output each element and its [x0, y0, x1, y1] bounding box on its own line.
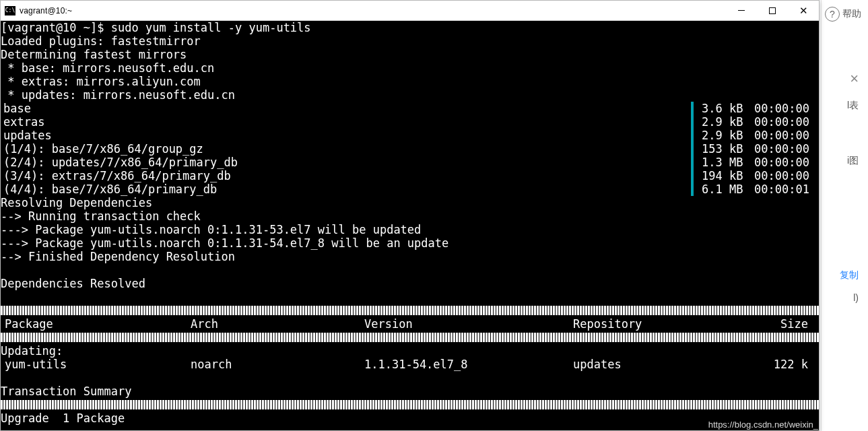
term-line: ---> Package yum-utils.noarch 0:1.1.31-5… [1, 236, 819, 250]
minimize-icon [738, 10, 745, 11]
terminal-app-icon: C:\ [5, 6, 15, 15]
term-line: * extras: mirrors.aliyun.com [1, 75, 819, 88]
term-line: ---> Package yum-utils.noarch 0:1.1.31-5… [1, 223, 819, 236]
download-name: (3/4): extras/7/x86_64/primary_db [1, 169, 231, 183]
term-line: Resolving Dependencies [1, 196, 819, 209]
transaction-summary-block: Transaction Summary [1, 371, 819, 398]
section-updating: Updating: [1, 344, 819, 358]
download-time: 00:00:00 [754, 115, 819, 129]
pkg-table-header: Package Arch Version Repository Size [1, 317, 819, 331]
download-size: 1.3 MB [702, 156, 754, 169]
maximize-button[interactable] [757, 1, 788, 21]
maximize-icon [769, 7, 776, 14]
pkg-row: yum-utilsnoarch1.1.31-54.el7_8updates122… [1, 358, 819, 371]
col-header-size: Size [759, 317, 819, 331]
download-name: extras [1, 115, 44, 129]
progress-bar-icon [691, 142, 694, 156]
term-line [1, 263, 819, 277]
download-size: 6.1 MB [702, 183, 754, 196]
window-controls: ✕ [726, 1, 819, 21]
help-icon: ? [825, 7, 840, 22]
download-name: (4/4): base/7/x86_64/primary_db [1, 183, 217, 196]
download-progress-block: base3.6 kB00:00:00extras2.9 kB00:00:00up… [1, 102, 819, 196]
term-line: --> Finished Dependency Resolution [1, 250, 819, 263]
upgrade-summary: Upgrade 1 Package [1, 411, 819, 425]
download-time: 00:00:00 [754, 129, 819, 142]
close-icon: ✕ [799, 5, 808, 15]
download-time: 00:00:01 [754, 183, 819, 196]
download-size: 3.6 kB [702, 102, 754, 115]
dependency-block: Resolving Dependencies--> Running transa… [1, 196, 819, 304]
right-side-panel: ? 帮助 × l表 i图 复制 l) [821, 0, 868, 431]
download-row: (1/4): base/7/x86_64/group_gz153 kB00:00… [1, 142, 819, 156]
col-header-arch: Arch [191, 317, 364, 331]
progress-bar-icon [691, 156, 694, 169]
progress-bar-icon [691, 115, 694, 129]
term-line: Dependencies Resolved [1, 277, 819, 290]
download-size: 2.9 kB [702, 129, 754, 142]
download-row: base3.6 kB00:00:00 [1, 102, 819, 115]
term-line: * updates: mirrors.neusoft.edu.cn [1, 88, 819, 102]
window-title: vagrant@10:~ [20, 6, 72, 15]
terminal-body[interactable]: [vagrant@10 ~]$ sudo yum install -y yum-… [1, 21, 819, 430]
term-line [1, 371, 819, 385]
titlebar[interactable]: C:\ vagrant@10:~ ✕ [1, 1, 819, 21]
terminal-window: C:\ vagrant@10:~ ✕ [vagrant@10 ~]$ sudo … [0, 0, 820, 431]
close-icon[interactable]: × [850, 70, 859, 88]
progress-bar-icon [691, 102, 694, 115]
download-name: updates [1, 129, 52, 142]
separator-top [1, 306, 819, 315]
help-label: 帮助 [842, 8, 861, 20]
cell-package: yum-utils [5, 358, 191, 371]
download-row: (4/4): base/7/x86_64/primary_db6.1 MB00:… [1, 183, 819, 196]
term-line: * base: mirrors.neusoft.edu.cn [1, 61, 819, 75]
progress-bar-icon [691, 169, 694, 183]
side-item-tu[interactable]: i图 [847, 155, 859, 167]
progress-bar-icon [691, 183, 694, 196]
help-link[interactable]: ? 帮助 [825, 7, 861, 22]
term-output-top: Loaded plugins: fastestmirrorDetermining… [1, 34, 819, 102]
col-header-package: Package [5, 317, 191, 331]
download-size: 2.9 kB [702, 115, 754, 129]
download-time: 00:00:00 [754, 142, 819, 156]
prompt-line: [vagrant@10 ~]$ sudo yum install -y yum-… [1, 21, 819, 34]
download-time: 00:00:00 [754, 102, 819, 115]
cell-version: 1.1.31-54.el7_8 [364, 358, 573, 371]
download-name: (2/4): updates/7/x86_64/primary_db [1, 156, 238, 169]
col-header-repository: Repository [573, 317, 759, 331]
download-row: (2/4): updates/7/x86_64/primary_db1.3 MB… [1, 156, 819, 169]
download-name: (1/4): base/7/x86_64/group_gz [1, 142, 203, 156]
col-header-version: Version [364, 317, 573, 331]
term-line [1, 290, 819, 304]
side-item-paren: l) [853, 292, 859, 303]
progress-bar-icon [691, 129, 694, 142]
side-item-biao[interactable]: l表 [847, 100, 859, 112]
term-line: Transaction Summary [1, 385, 819, 398]
term-line: --> Running transaction check [1, 209, 819, 223]
download-time: 00:00:00 [754, 169, 819, 183]
term-line: Loaded plugins: fastestmirror [1, 34, 819, 48]
cell-repository: updates [573, 358, 759, 371]
download-name: base [1, 102, 31, 115]
close-button[interactable]: ✕ [788, 1, 819, 21]
download-size: 153 kB [702, 142, 754, 156]
minimize-button[interactable] [726, 1, 757, 21]
download-size: 194 kB [702, 169, 754, 183]
cell-arch: noarch [191, 358, 364, 371]
cell-size: 122 k [759, 358, 819, 371]
separator-mid [1, 333, 819, 342]
download-time: 00:00:00 [754, 156, 819, 169]
download-row: updates2.9 kB00:00:00 [1, 129, 819, 142]
term-line: Determining fastest mirrors [1, 48, 819, 61]
separator-bottom [1, 400, 819, 409]
download-row: extras2.9 kB00:00:00 [1, 115, 819, 129]
download-row: (3/4): extras/7/x86_64/primary_db194 kB0… [1, 169, 819, 183]
side-copy-link[interactable]: 复制 [840, 269, 859, 281]
pkg-table-rows: yum-utilsnoarch1.1.31-54.el7_8updates122… [1, 358, 819, 371]
